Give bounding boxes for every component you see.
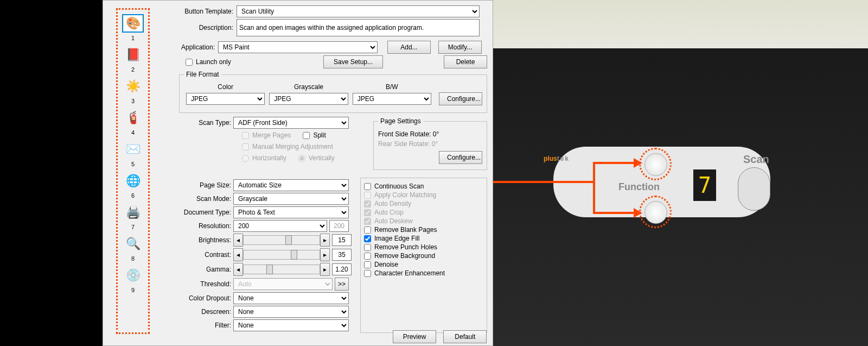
highlight-ring-up (639, 148, 672, 180)
manual-merge-label: Manual Merging Adjustment (252, 143, 333, 150)
arrow-to-up-btn (593, 162, 636, 164)
sidebar-label-1: 1 (131, 35, 135, 41)
descreen-label: Descreen: (179, 308, 231, 316)
disc-icon: 💿 (122, 266, 144, 285)
settings-main-area: Button Template: Scan Utility Descriptio… (179, 4, 487, 345)
page-size-select[interactable]: Automatic Size (233, 179, 349, 191)
sidebar-label-8: 8 (131, 255, 135, 262)
color-label: Color (218, 83, 233, 91)
arrow-head-up (634, 158, 642, 168)
gamma-slider[interactable] (243, 265, 320, 274)
application-select[interactable]: MS Paint (218, 41, 378, 53)
remove-bg-checkbox[interactable]: Remove Background (364, 252, 483, 260)
delete-button[interactable]: Delete (444, 55, 487, 68)
add-button[interactable]: Add... (387, 41, 431, 54)
resolution-select[interactable]: 200 (233, 220, 327, 232)
page-settings-configure-button[interactable]: Configure... (439, 151, 482, 164)
threshold-select: Auto (233, 278, 333, 290)
sidebar-item-6[interactable]: 🌐6 (118, 172, 148, 199)
scan-mode-label: Scan Mode: (179, 195, 231, 203)
function-display: 7 (693, 169, 716, 201)
color-format-select[interactable]: JPEG (186, 93, 265, 105)
button-template-select[interactable]: Scan Utility (237, 5, 480, 17)
remove-blank-checkbox[interactable]: Remove Blank Pages (364, 226, 483, 234)
sidebar-item-9[interactable]: 💿9 (118, 266, 148, 293)
brightness-slider[interactable] (243, 235, 320, 245)
mail-icon: ✉️ (122, 140, 144, 159)
scan-hardware-button[interactable] (738, 167, 770, 211)
description-input[interactable] (237, 19, 480, 36)
vertically-radio: Vertically (298, 154, 335, 162)
sidebar-item-4[interactable]: 🧯4 (118, 109, 148, 136)
save-setup-button[interactable]: Save Setup... (323, 55, 383, 68)
threshold-expand-button[interactable]: >> (335, 278, 349, 291)
gamma-label: Gamma: (179, 266, 231, 273)
bw-format-select[interactable]: JPEG (353, 93, 431, 105)
denoise-checkbox[interactable]: Denoise (364, 261, 483, 268)
sidebar-item-8[interactable]: 🔍8 (118, 235, 148, 262)
char-enhance-checkbox[interactable]: Character Enhancement (364, 269, 483, 277)
contrast-right-button[interactable]: ▸ (320, 248, 330, 261)
resolution-custom-input (329, 220, 349, 232)
grayscale-label: Grayscale (294, 83, 323, 91)
color-dropout-select[interactable]: None (233, 292, 349, 304)
auto-density-label: Auto Density (374, 200, 411, 207)
auto-density-checkbox: Auto Density (364, 200, 483, 207)
modify-button[interactable]: Modify... (438, 41, 482, 54)
page-size-label: Page Size: (179, 181, 231, 189)
bw-label: B/W (386, 83, 398, 91)
file-format-legend: File Format (184, 71, 221, 78)
gamma-value[interactable] (332, 263, 352, 275)
contrast-slider[interactable] (243, 250, 320, 260)
filter-label: Filter: (179, 322, 231, 329)
button-template-label: Button Template: (179, 8, 233, 15)
sidebar-item-7[interactable]: 🖨️7 (118, 203, 148, 230)
split-label: Split (313, 131, 326, 139)
merge-pages-label: Merge Pages (252, 131, 291, 139)
brightness-value[interactable] (332, 234, 352, 246)
filter-select[interactable]: None (233, 319, 349, 331)
contrast-value[interactable] (332, 249, 352, 261)
image-edge-checkbox[interactable]: Image Edge Fill (364, 235, 483, 242)
scan-type-select[interactable]: ADF (Front Side) (233, 117, 349, 129)
continuous-scan-checkbox[interactable]: Continuous Scan (364, 183, 483, 190)
apply-color-matching-label: Apply Color Matching (374, 191, 436, 199)
arrow-vertical (593, 163, 595, 214)
paint-icon: 🎨 (122, 14, 144, 33)
scan-mode-select[interactable]: Grayscale (233, 193, 349, 205)
preview-button[interactable]: Preview (393, 330, 436, 343)
scan-hw-label: Scan (743, 153, 769, 166)
brightness-left-button[interactable]: ◂ (233, 234, 243, 247)
color-dropout-label: Color Dropout: (179, 294, 231, 302)
gamma-right-button[interactable]: ▸ (320, 263, 330, 276)
document-type-label: Document Type: (179, 209, 231, 216)
auto-deskew-checkbox: Auto Deskew (364, 217, 483, 225)
sidebar-label-7: 7 (131, 224, 135, 230)
sidebar-item-1[interactable]: 🎨1 (118, 14, 148, 41)
gamma-left-button[interactable]: ◂ (233, 263, 243, 276)
scan-type-label: Scan Type: (179, 119, 231, 127)
descreen-select[interactable]: None (233, 306, 349, 318)
sidebar-item-2[interactable]: 📕2 (118, 46, 148, 73)
brightness-right-button[interactable]: ▸ (320, 234, 330, 247)
description-label: Description: (179, 24, 233, 32)
sidebar-item-5[interactable]: ✉️5 (118, 140, 148, 167)
contrast-left-button[interactable]: ◂ (233, 248, 243, 261)
sidebar-item-3[interactable]: ☀️3 (118, 77, 148, 104)
launch-only-checkbox[interactable]: Launch only (186, 58, 231, 66)
resolution-label: Resolution: (179, 222, 231, 230)
default-button[interactable]: Default (443, 330, 487, 343)
char-enhance-label: Character Enhancement (374, 269, 445, 277)
sidebar-label-6: 6 (131, 192, 135, 199)
file-format-configure-button[interactable]: Configure... (439, 92, 482, 105)
document-type-select[interactable]: Photo & Text (233, 206, 349, 218)
sidebar-label-9: 9 (131, 287, 135, 293)
globe-icon: 🌐 (122, 172, 144, 190)
remove-punch-checkbox[interactable]: Remove Punch Holes (364, 243, 483, 251)
threshold-label: Threshold: (179, 280, 231, 288)
grayscale-format-select[interactable]: JPEG (269, 93, 348, 105)
split-checkbox[interactable]: Split (303, 131, 326, 139)
auto-crop-checkbox: Auto Crop (364, 209, 483, 216)
highlight-ring-down (639, 196, 672, 228)
denoise-label: Denoise (374, 261, 398, 268)
